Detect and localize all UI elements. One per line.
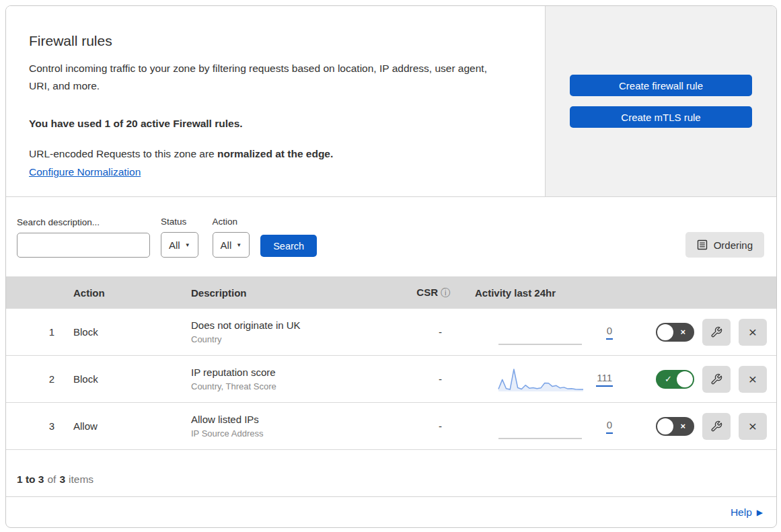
rule-fields: Country [191, 334, 403, 344]
rule-description: Does not originate in UK [191, 319, 403, 331]
actions-panel: Create firewall rule Create mTLS rule [546, 6, 776, 196]
delete-rule-button[interactable]: × [739, 319, 767, 346]
header-section: Firewall rules Control incoming traffic … [6, 6, 776, 197]
rule-description: Allow listed IPs [191, 414, 403, 425]
rule-enable-toggle[interactable]: ✓ × [656, 323, 694, 342]
ordering-list-icon [697, 239, 708, 250]
pagination-summary: 1 to 3 of 3 items [6, 450, 776, 497]
header-text-block: Firewall rules Control incoming traffic … [6, 6, 546, 196]
wrench-icon [710, 420, 722, 432]
normalization-bold: normalized at the edge. [217, 148, 333, 159]
chevron-down-icon: ▼ [236, 242, 241, 248]
rule-enable-toggle[interactable]: ✓ × [656, 370, 694, 389]
wrench-icon [710, 373, 722, 385]
activity-count-link[interactable]: 0 [606, 325, 613, 340]
rule-fields: Country, Threat Score [191, 381, 403, 391]
toggle-knob [677, 371, 693, 387]
items-range: 1 to 3 [17, 473, 44, 486]
action-label: Action [213, 217, 250, 227]
info-icon: ⓘ [441, 287, 450, 298]
ordering-label: Ordering [714, 239, 753, 251]
delete-rule-button[interactable]: × [739, 366, 767, 393]
check-icon: ✓ [665, 370, 672, 389]
column-action: Action [73, 287, 191, 299]
items-total: 3 [59, 473, 65, 486]
rule-enable-toggle[interactable]: ✓ × [656, 417, 694, 436]
table-header: Action Description CSRⓘ Activity last 24… [6, 276, 776, 309]
ordering-button[interactable]: Ordering [685, 232, 764, 258]
status-value: All [169, 239, 180, 251]
rule-action: Block [73, 373, 191, 385]
filter-bar: Search description... Status All ▼ Actio… [6, 197, 776, 276]
status-label: Status [161, 217, 198, 227]
edit-rule-button[interactable] [702, 319, 731, 346]
table-row: 1 Block Does not originate in UK Country… [6, 309, 776, 356]
help-link[interactable]: Help ▶ [731, 506, 763, 519]
rule-priority: 3 [6, 420, 73, 432]
rule-csr: - [403, 373, 463, 385]
help-row: Help ▶ [6, 497, 776, 528]
page-description: Control incoming traffic to your zone by… [29, 60, 507, 95]
action-value: All [221, 239, 232, 251]
close-icon: × [749, 325, 757, 339]
table-row: 3 Allow Allow listed IPs IP Source Addre… [6, 403, 776, 450]
firewall-rules-card: Firewall rules Control incoming traffic … [5, 5, 777, 528]
rule-priority: 1 [6, 326, 73, 338]
column-description: Description [191, 287, 403, 299]
column-csr: CSRⓘ [403, 287, 463, 299]
activity-sparkline [497, 366, 585, 393]
usage-summary: You have used 1 of 20 active Firewall ru… [29, 118, 518, 130]
items-text: items [69, 473, 94, 486]
configure-normalization-link[interactable]: Configure Normalization [29, 166, 141, 178]
x-icon: × [680, 323, 685, 342]
activity-sparkline [497, 319, 585, 346]
column-activity: Activity last 24hr [463, 287, 632, 299]
search-input[interactable] [30, 240, 151, 251]
status-select[interactable]: All ▼ [161, 232, 198, 258]
create-mtls-rule-button[interactable]: Create mTLS rule [570, 106, 752, 128]
rule-priority: 2 [6, 373, 73, 385]
normalization-text: URL-encoded Requests to this zone are [29, 148, 217, 159]
toggle-knob [657, 324, 673, 340]
help-label: Help [731, 506, 752, 519]
search-label: Search description... [17, 217, 150, 227]
rule-csr: - [403, 420, 463, 432]
rule-action: Allow [73, 420, 191, 432]
activity-count-link[interactable]: 111 [596, 372, 613, 387]
close-icon: × [749, 372, 757, 386]
edit-rule-button[interactable] [702, 366, 731, 393]
activity-count-link[interactable]: 0 [606, 419, 613, 434]
rule-action: Block [73, 326, 191, 338]
wrench-icon [710, 326, 722, 338]
delete-rule-button[interactable]: × [739, 413, 767, 440]
rule-csr: - [403, 326, 463, 338]
table-row: 2 Block IP reputation score Country, Thr… [6, 356, 776, 403]
search-button[interactable]: Search [260, 235, 317, 257]
rule-fields: IP Source Address [191, 428, 403, 439]
of-text: of [47, 473, 56, 486]
create-firewall-rule-button[interactable]: Create firewall rule [570, 75, 752, 96]
toggle-knob [657, 418, 673, 434]
chevron-down-icon: ▼ [185, 242, 190, 248]
x-icon: × [680, 417, 685, 436]
rule-description: IP reputation score [191, 367, 403, 378]
edit-rule-button[interactable] [702, 413, 731, 440]
close-icon: × [749, 419, 757, 433]
page-title: Firewall rules [29, 33, 518, 49]
activity-sparkline [497, 413, 585, 440]
search-field[interactable] [17, 233, 150, 258]
normalization-line: URL-encoded Requests to this zone are no… [29, 148, 518, 160]
action-select[interactable]: All ▼ [213, 232, 250, 258]
arrow-right-icon: ▶ [757, 508, 763, 517]
